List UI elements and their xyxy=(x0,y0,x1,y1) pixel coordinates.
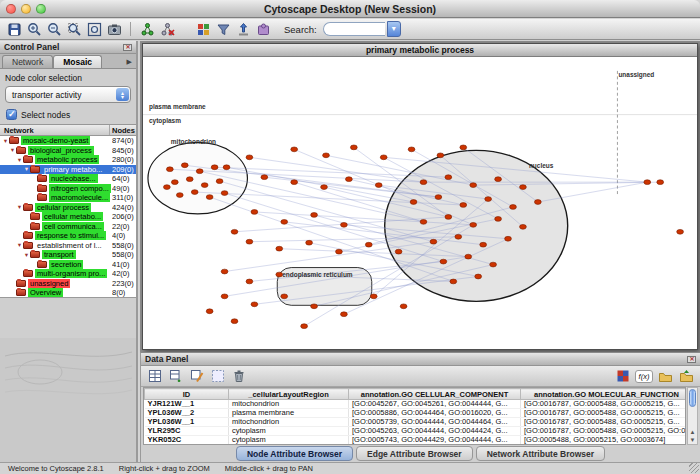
network-node[interactable] xyxy=(336,249,343,254)
network-node[interactable] xyxy=(460,145,467,150)
network-node[interactable] xyxy=(400,304,407,309)
tree-item-cellular-process[interactable]: ▼cellular process424(0) xyxy=(0,203,136,213)
column-header-annotation-go-molecular-function[interactable]: annotation.GO MOLECULAR_FUNCTION xyxy=(521,389,687,400)
tree-item-metabolic-process[interactable]: ▼metabolic process280(0) xyxy=(0,155,136,165)
tree-toggle-icon[interactable]: ▼ xyxy=(2,138,9,144)
tree-header-network[interactable]: Network xyxy=(0,125,110,135)
clear-attribute-icon[interactable] xyxy=(209,367,227,385)
network-node[interactable] xyxy=(251,210,258,215)
network-node[interactable] xyxy=(475,274,482,279)
network-node[interactable] xyxy=(445,215,452,220)
network-node[interactable] xyxy=(435,195,442,200)
network-node[interactable] xyxy=(166,167,173,172)
filter-icon[interactable] xyxy=(214,20,232,38)
network-node[interactable] xyxy=(251,302,258,307)
network-node[interactable] xyxy=(321,185,328,190)
tree-toggle-icon[interactable]: ▼ xyxy=(16,204,23,210)
network-node[interactable] xyxy=(211,165,218,170)
zoom-fit-icon[interactable] xyxy=(85,20,103,38)
network-node[interactable] xyxy=(191,190,198,195)
network-node[interactable] xyxy=(186,177,193,182)
network-node[interactable] xyxy=(206,309,213,314)
network-node[interactable] xyxy=(437,153,444,158)
network-node[interactable] xyxy=(221,269,228,274)
network-node[interactable] xyxy=(323,153,330,158)
network-node[interactable] xyxy=(246,279,253,284)
network-node[interactable] xyxy=(534,200,541,205)
network-node[interactable] xyxy=(520,185,527,190)
network-node[interactable] xyxy=(450,279,457,284)
network-node[interactable] xyxy=(276,246,283,251)
network-node[interactable] xyxy=(231,319,238,324)
network-node[interactable] xyxy=(311,213,318,218)
select-nodes-checkbox[interactable] xyxy=(6,109,17,120)
table-row[interactable]: YPL036W__2plasma membrane[GO:0005886, GO… xyxy=(145,409,687,418)
tree-item-nitrogen-compo[interactable]: nitrogen compo...49(0) xyxy=(0,184,136,194)
network-node[interactable] xyxy=(221,191,228,196)
network-node[interactable] xyxy=(460,203,467,208)
create-attribute-icon[interactable] xyxy=(167,367,185,385)
tree-item-cellular-metabo[interactable]: cellular metabo...206(0) xyxy=(0,212,136,222)
network-node[interactable] xyxy=(495,177,502,182)
network-node[interactable] xyxy=(221,294,228,299)
network-node[interactable] xyxy=(223,165,230,170)
search-dropdown-icon[interactable] xyxy=(387,21,401,37)
network-node[interactable] xyxy=(470,222,477,227)
zoom-selected-icon[interactable] xyxy=(65,20,83,38)
tree-toggle-icon[interactable]: ▼ xyxy=(16,157,23,163)
column-header-cellularlayoutregion[interactable]: _cellularLayoutRegion xyxy=(229,389,349,400)
tree-item-nucleobase[interactable]: nucleobase...64(0) xyxy=(0,174,136,184)
network-node[interactable] xyxy=(470,183,477,188)
tab-network-attribute-browser[interactable]: Network Attribute Browser xyxy=(476,446,605,461)
scrollbar-arrows-icon[interactable] xyxy=(688,428,697,444)
network-node[interactable] xyxy=(430,239,437,244)
network-node[interactable] xyxy=(246,239,253,244)
new-network-icon[interactable] xyxy=(138,20,156,38)
network-node[interactable] xyxy=(341,312,348,317)
network-node[interactable] xyxy=(520,224,527,229)
zoom-in-icon[interactable] xyxy=(25,20,43,38)
network-node[interactable] xyxy=(231,229,238,234)
tree-item-biological-process[interactable]: ▼biological_process845(0) xyxy=(0,146,136,156)
network-node[interactable] xyxy=(171,180,178,185)
network-node[interactable] xyxy=(301,324,308,329)
network-node[interactable] xyxy=(201,183,208,188)
network-node[interactable] xyxy=(408,147,415,152)
network-node[interactable] xyxy=(657,180,664,185)
tree-item-overview[interactable]: Overview8(0) xyxy=(0,288,136,298)
tree-item-establishment-of-l[interactable]: ▼establishment of l...558(0) xyxy=(0,241,136,251)
network-node[interactable] xyxy=(677,229,684,234)
tab-node-attribute-browser[interactable]: Node Attribute Browser xyxy=(236,446,353,461)
network-node[interactable] xyxy=(465,254,472,259)
tree-item-cell-communica[interactable]: cell communica...22(0) xyxy=(0,222,136,232)
network-node[interactable] xyxy=(365,242,372,247)
heatmap-icon[interactable] xyxy=(614,367,632,385)
table-row[interactable]: YPL036W__1mitochondrion[GO:0005739, GO:0… xyxy=(145,418,687,427)
delete-attribute-icon[interactable] xyxy=(230,367,248,385)
network-node[interactable] xyxy=(341,222,348,227)
network-node[interactable] xyxy=(485,197,492,202)
network-node[interactable] xyxy=(306,240,313,245)
network-graph[interactable]: plasma membranecytoplasmmitochondrionnuc… xyxy=(143,57,697,349)
tab-scroll-right-icon[interactable]: ▶ xyxy=(123,58,136,68)
search-input[interactable] xyxy=(323,22,385,36)
network-node[interactable] xyxy=(420,219,427,224)
tree-toggle-icon[interactable]: ▼ xyxy=(9,147,16,153)
network-node[interactable] xyxy=(370,294,377,299)
tree-item-transport[interactable]: ▼transport558(0) xyxy=(0,250,136,260)
node-color-select[interactable]: transporter activity xyxy=(5,86,131,103)
table-row[interactable]: YJR121W__1mitochondrion[GO:0045267, GO:0… xyxy=(145,400,687,409)
network-node[interactable] xyxy=(350,145,357,150)
import-folder-icon[interactable] xyxy=(677,367,695,385)
layout-icon[interactable] xyxy=(234,20,252,38)
scrollbar-thumb[interactable] xyxy=(689,389,696,407)
network-node[interactable] xyxy=(510,205,517,210)
tab-mosaic[interactable]: Mosaic xyxy=(53,55,102,68)
destroy-network-icon[interactable] xyxy=(158,20,176,38)
float-panel-icon[interactable] xyxy=(123,44,132,51)
tree-item-unassigned[interactable]: unassigned223(0) xyxy=(0,279,136,289)
table-scrollbar[interactable] xyxy=(687,387,698,445)
network-node[interactable] xyxy=(291,180,298,185)
tree-item-response-to-stimul[interactable]: response to stimul...4(0) xyxy=(0,231,136,241)
table-row[interactable]: YLR295Ccytoplasm[GO:0045263, GO:0044444,… xyxy=(145,427,687,436)
